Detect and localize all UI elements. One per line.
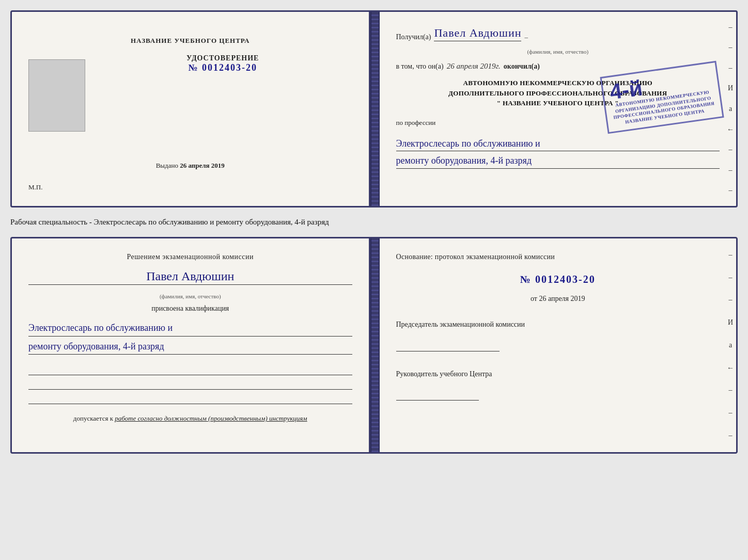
profession-line1: Электрослесарь по обслуживанию и	[396, 136, 720, 152]
dopuskaetsya-val: работе согласно должностным (производств…	[115, 414, 307, 422]
document-top-outer: НАЗВАНИЕ УЧЕБНОГО ЦЕНТРА УДОСТОВЕРЕНИЕ №…	[10, 10, 738, 207]
cert-label: УДОСТОВЕРЕНИЕ	[93, 54, 352, 62]
qual-line1: Электрослесарь по обслуживанию и	[28, 320, 352, 337]
doc-top-right: Получил(а) Павел Авдюшин – (фамилия, имя…	[380, 12, 737, 206]
document-bottom-outer: Решением экзаменационной комиссии Павел …	[10, 237, 738, 454]
document-top: НАЗВАНИЕ УЧЕБНОГО ЦЕНТРА УДОСТОВЕРЕНИЕ №…	[10, 10, 738, 207]
fio-label-bottom: (фамилия, имя, отчество)	[28, 293, 352, 299]
received-name: Павел Авдюшин	[434, 26, 521, 41]
sig-line-3	[28, 393, 352, 404]
qual-line2: ремонту оборудования, 4-й разряд	[28, 339, 352, 355]
rukovoditel-label: Руководитель учебного Центра	[396, 369, 720, 379]
doc-bottom-left: Решением экзаменационной комиссии Павел …	[12, 238, 370, 452]
mp-label: М.П.	[28, 183, 42, 191]
chairman-sig-line	[396, 340, 500, 351]
rukovoditel-sig-line	[396, 389, 479, 401]
sig-line-2	[28, 378, 352, 390]
ot-date: от 26 апреля 2019	[396, 295, 720, 303]
chairman-label: Председатель экзаменационной комиссии	[396, 319, 720, 330]
separator-text: Рабочая специальность - Электрослесарь п…	[10, 217, 738, 228]
dopuskaetsya-block: допускается к работе согласно должностны…	[73, 414, 307, 423]
doc-bottom-spine	[370, 238, 380, 452]
sig-line-1	[28, 364, 352, 375]
right-dashes: – – – И а ← – – –	[725, 12, 736, 206]
osnov-label: Основание: протокол экзаменационной коми…	[396, 253, 720, 261]
qual-block: Электрослесарь по обслуживанию и ремонту…	[28, 318, 352, 355]
profession-line2: ремонту оборудования, 4-й разряд	[396, 153, 720, 169]
doc-top-left: НАЗВАНИЕ УЧЕБНОГО ЦЕНТРА УДОСТОВЕРЕНИЕ №…	[12, 12, 370, 206]
training-center-title: НАЗВАНИЕ УЧЕБНОГО ЦЕНТРА	[131, 37, 250, 45]
decision-name: Павел Авдюшин	[28, 269, 352, 285]
cert-number: № 0012403-20	[93, 62, 352, 73]
page-wrapper: НАЗВАНИЕ УЧЕБНОГО ЦЕНТРА УДОСТОВЕРЕНИЕ №…	[10, 10, 738, 454]
assigned-label: присвоена квалификация	[28, 305, 352, 313]
doc-bottom-right: Основание: протокол экзаменационной коми…	[380, 238, 737, 452]
signature-lines	[28, 364, 352, 404]
doc-spine	[370, 12, 380, 206]
profession-block: Электрослесарь по обслуживанию и ремонту…	[396, 134, 720, 169]
received-line: Получил(а) Павел Авдюшин –	[396, 26, 720, 41]
right-dashes-bottom: – – – И а ← – – –	[725, 238, 736, 452]
protokol-number: № 0012403-20	[396, 274, 720, 285]
cert-block: УДОСТОВЕРЕНИЕ № 0012403-20	[93, 54, 352, 73]
photo-placeholder	[28, 59, 85, 132]
issued-line: Выдано 26 апреля 2019	[156, 162, 225, 170]
fio-label-top: (фамилия, имя, отчество)	[396, 49, 720, 55]
decision-title: Решением экзаменационной комиссии	[28, 253, 352, 261]
document-bottom: Решением экзаменационной комиссии Павел …	[10, 237, 738, 454]
vtom-date: 26 апреля 2019г.	[447, 62, 501, 71]
